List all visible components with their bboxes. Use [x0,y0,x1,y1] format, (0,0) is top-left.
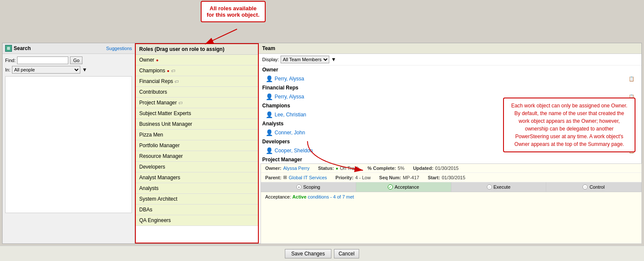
in-select[interactable]: All people [12,66,80,74]
parent-value[interactable]: Global IT Services [289,175,327,180]
member-icon: 👤 [266,93,273,100]
find-row: Find: Go [5,56,132,64]
role-name: Developers [139,164,165,170]
phase-circle: ○ [487,184,492,190]
role-name: Business Unit Manager [139,121,192,127]
phase-label: Scoping [303,184,320,190]
main-container: All roles availablefor this work object.… [0,0,644,261]
role-name: Analyst Managers [139,175,180,181]
role-item[interactable]: DBAs [136,205,258,215]
role-item[interactable]: Business Unit Manager [136,119,258,130]
owner-label: Owner: [265,166,281,171]
role-item[interactable]: Project Manager 🏷 [136,98,258,108]
role-item[interactable]: Subject Matter Experts [136,108,258,119]
member-name[interactable]: Conner, John [275,130,305,136]
roles-header: Roles (Drag user on role to assign) [136,44,258,55]
info-row2: Parent: ⊞ Global IT Services Priority: 4… [261,173,641,182]
role-item[interactable]: Portfolio Manager [136,140,258,151]
role-name: Analysts [139,185,158,191]
info-row1: Owner: Alyssa Perry Status: ● On Track %… [261,164,641,173]
team-member-row: 👤 Perry, Alyssa 📋 [259,74,638,83]
roles-list: Owner ●Champions ● 🏷Financial Reps 🏷Cont… [136,55,258,226]
display-label: Display: [262,57,279,62]
role-name: DBAs [139,207,152,213]
role-name: Financial Reps [139,78,173,84]
role-name: System Architect [139,196,177,202]
member-name[interactable]: Cooper, Sheldon [275,148,313,154]
phase-tab-control[interactable]: ○ Control [546,182,641,192]
role-name: Portfolio Manager [139,142,180,148]
member-name[interactable]: Perry, Alyssa [275,76,304,82]
bottom-bar: Save Changes Cancel [0,246,644,261]
display-select[interactable]: All Team Members [281,56,329,63]
search-title: ⊞ Search [5,45,31,52]
role-name: QA Engineers [139,217,171,223]
updated-value: 01/30/2015 [435,166,459,171]
cancel-button[interactable]: Cancel [334,249,359,258]
in-select-arrow: ▼ [82,67,87,73]
role-item[interactable]: Resource Manager [136,151,258,162]
priority-value: 4 - Low [355,175,371,180]
tooltip-owner: Each work object can only be assigned on… [503,98,635,152]
member-icon: 👤 [266,147,273,154]
role-tag-icon: 🏷 [175,79,179,84]
status-label: Status: [318,166,334,171]
role-item[interactable]: Pizza Men [136,130,258,140]
member-icon: 👤 [266,75,273,82]
go-button[interactable]: Go [70,56,82,64]
acceptance-conditions[interactable]: conditions - 4 of 7 met [308,194,354,199]
role-item[interactable]: System Architect [136,194,258,205]
seq-num-field: Seq Num: MP-417 [379,175,419,180]
status-field: Status: ● On Track [318,166,359,171]
role-tag-icon: 🏷 [179,101,183,105]
role-item[interactable]: Developers [136,162,258,172]
role-item[interactable]: Champions ● 🏷 [136,65,258,76]
updated-field: Updated: 01/30/2015 [413,166,459,171]
role-name: Project Manager [139,100,177,106]
phase-tab-execute[interactable]: ○ Execute [451,182,547,192]
parent-field: Parent: ⊞ Global IT Services [265,175,327,180]
role-item[interactable]: QA Engineers [136,215,258,226]
tooltip-roles: All roles availablefor this work object. [201,1,266,22]
priority-label: Priority: [336,175,354,180]
phase-label: Acceptance [395,184,419,190]
role-item[interactable]: Contributors [136,87,258,98]
search-panel: ⊞ Search Suggestions Find: Go In: All pe… [3,43,135,243]
updated-label: Updated: [413,166,433,171]
phase-tabs: ● Scoping ✓ Acceptance ○ Execute ○ Contr… [261,182,641,192]
phase-tab-acceptance[interactable]: ✓ Acceptance [356,182,451,192]
member-name[interactable]: Perry, Alyssa [275,94,304,100]
phase-label: Execute [494,184,511,190]
pct-complete-field: % Complete: 5% [368,166,405,171]
save-button[interactable]: Save Changes [285,249,331,258]
member-edit-icon[interactable]: 📋 [629,76,635,82]
role-item[interactable]: Financial Reps 🏷 [136,76,258,87]
parent-label: Parent: [265,175,281,180]
role-item[interactable]: Owner ● [136,55,258,65]
roles-panel: Roles (Drag user on role to assign) Owne… [135,43,259,243]
search-label: Search [14,45,31,51]
find-input[interactable] [17,56,68,64]
start-label: Start: [428,175,440,180]
member-icon: 👤 [266,111,273,118]
parent-icon: ⊞ [283,175,287,180]
team-section-header: Financial Reps [259,83,638,92]
start-field: Start: 01/30/2015 [428,175,465,180]
team-display-row: Display: All Team Members ▼ [259,54,641,65]
display-select-arrow: ▼ [331,56,336,62]
team-section-header: Owner [259,65,638,74]
member-icon: 👤 [266,129,273,136]
search-icon: ⊞ [5,45,12,52]
status-dot: ● [336,166,338,171]
member-name[interactable]: Lee, Christian [275,112,306,118]
owner-value[interactable]: Alyssa Perry [283,166,310,171]
role-item[interactable]: Analysts [136,183,258,194]
info-panel: Owner: Alyssa Perry Status: ● On Track %… [261,163,642,244]
role-name: Champions [139,68,165,74]
suggestions-link[interactable]: Suggestions [106,46,132,51]
acceptance-row: Acceptance: Active conditions - 4 of 7 m… [261,192,641,202]
role-required-dot: ● [156,58,158,62]
phase-tab-scoping[interactable]: ● Scoping [261,182,356,192]
role-item[interactable]: Analyst Managers [136,172,258,183]
team-section-header: Project Manager [259,155,638,164]
